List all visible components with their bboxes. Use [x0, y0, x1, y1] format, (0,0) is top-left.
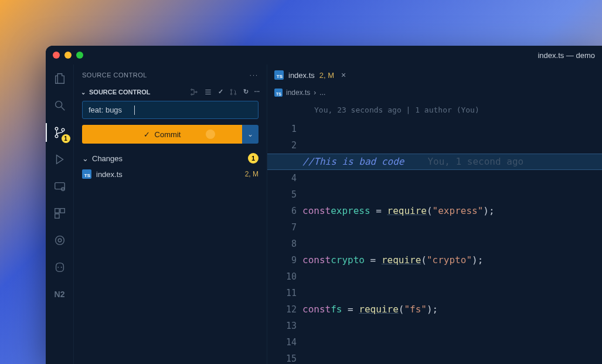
chevron-right-icon: ›	[314, 89, 316, 97]
svg-line-1	[61, 107, 64, 111]
svg-rect-9	[55, 214, 59, 218]
line-number: 10	[273, 268, 297, 285]
line-number: 11	[273, 285, 297, 301]
activity-search[interactable]	[52, 97, 68, 114]
typescript-icon: TS	[274, 70, 284, 80]
changed-file-item[interactable]: TS index.ts 2, M	[74, 167, 267, 181]
titlebar: index.ts — demo	[46, 46, 602, 64]
activity-n2[interactable]: N2	[52, 286, 68, 302]
activity-extensions[interactable]	[52, 205, 68, 222]
changes-count-badge: 1	[248, 153, 259, 164]
search-icon	[53, 99, 66, 112]
line-number: 2	[273, 137, 297, 154]
svg-rect-7	[55, 209, 59, 213]
typescript-icon: TS	[82, 169, 91, 179]
commit-message-text: feat: bugs	[89, 106, 122, 114]
scm-badge: 1	[62, 134, 70, 143]
activity-copilot[interactable]	[52, 259, 68, 275]
svg-point-17	[230, 89, 232, 90]
svg-point-4	[62, 128, 64, 131]
refresh-icon[interactable]: ↻	[243, 88, 249, 96]
line-number: 4	[273, 170, 297, 186]
svg-point-3	[55, 135, 58, 138]
editor-tab-index-ts[interactable]: TS index.ts 2, M ×	[267, 64, 353, 86]
typescript-icon: TS	[274, 89, 283, 97]
file-status: 2, M	[245, 170, 259, 178]
tab-status: 2, M	[319, 71, 334, 80]
code-content[interactable]: //This is bad codeYou, 1 second ago cons…	[302, 121, 602, 364]
decorative-glow	[206, 130, 215, 139]
svg-point-11	[58, 239, 62, 242]
maximize-window-button[interactable]	[76, 52, 83, 59]
svg-point-19	[234, 93, 236, 94]
check-icon: ✓	[144, 130, 150, 139]
svg-point-14	[191, 89, 192, 90]
check-icon[interactable]: ✓	[218, 88, 223, 96]
commit-button-label: Commit	[155, 130, 181, 139]
svg-rect-5	[55, 183, 64, 189]
line-number: 5	[273, 186, 297, 203]
svg-point-16	[196, 91, 197, 93]
line-number: 7	[273, 219, 297, 236]
activity-run-debug[interactable]	[52, 151, 68, 168]
commit-message-input[interactable]: feat: bugs	[82, 101, 259, 119]
line-number: 8	[273, 236, 297, 252]
sidebar-header: SOURCE CONTROL ···	[74, 64, 267, 86]
files-icon	[53, 72, 66, 85]
remote-icon	[53, 180, 66, 193]
app-window: index.ts — demo 1	[46, 46, 602, 364]
activity-explorer[interactable]	[52, 70, 68, 87]
tab-filename: index.ts	[288, 71, 315, 80]
line-number: 15	[273, 351, 297, 364]
chevron-down-icon: ⌄	[81, 89, 86, 96]
source-control-sidebar: SOURCE CONTROL ··· ⌄ SOURCE CONTROL ✓ ↻ …	[74, 64, 267, 364]
list-icon[interactable]	[204, 88, 212, 96]
n2-icon: N2	[55, 290, 65, 299]
pull-request-icon[interactable]	[229, 88, 237, 96]
code-area[interactable]: You, 23 seconds ago | 1 author (You) 1 2…	[267, 100, 602, 364]
editor: TS index.ts 2, M × TS index.ts › ... You…	[267, 64, 602, 364]
changes-header[interactable]: ⌄ Changes 1	[74, 151, 267, 167]
close-tab-button[interactable]: ×	[341, 70, 346, 80]
sidebar-more-icon[interactable]: ···	[250, 72, 259, 79]
svg-point-2	[55, 127, 58, 130]
activity-source-control[interactable]: 1	[52, 124, 68, 141]
inline-blame: You, 1 second ago	[427, 154, 523, 170]
sidebar-title: SOURCE CONTROL	[82, 72, 147, 79]
svg-rect-8	[60, 209, 64, 213]
chevron-down-icon: ⌄	[82, 154, 89, 163]
more-icon[interactable]: ···	[254, 88, 260, 96]
minimize-window-button[interactable]	[64, 52, 72, 59]
window-title: index.ts — demo	[538, 51, 595, 60]
close-window-button[interactable]	[53, 52, 60, 59]
scm-section-actions: ✓ ↻ ···	[190, 88, 260, 96]
breadcrumb-file: index.ts	[286, 89, 310, 97]
copilot-icon	[53, 261, 66, 274]
breadcrumbs[interactable]: TS index.ts › ...	[267, 86, 602, 100]
svg-point-15	[191, 94, 192, 95]
traffic-lights	[53, 52, 83, 59]
scm-section-title: SOURCE CONTROL	[89, 89, 151, 96]
activity-remote[interactable]	[52, 178, 68, 195]
svg-point-0	[55, 101, 62, 108]
activity-bar: 1 N2	[46, 64, 74, 364]
line-number: 9	[273, 252, 297, 268]
line-number: 6	[273, 203, 297, 219]
svg-point-10	[55, 236, 64, 245]
breadcrumb-tail: ...	[319, 89, 325, 97]
code-token: //This is bad code	[302, 154, 404, 170]
changes-label: Changes	[92, 154, 123, 163]
commit-button[interactable]: ✓ Commit	[82, 125, 242, 144]
line-number: 12	[273, 301, 297, 318]
svg-point-13	[60, 267, 62, 268]
codelens-blame[interactable]: You, 23 seconds ago | 1 author (You)	[314, 106, 479, 114]
line-number: 14	[273, 334, 297, 351]
file-name: index.ts	[96, 170, 123, 179]
play-bug-icon	[53, 153, 66, 166]
gitlens-icon	[53, 234, 66, 247]
view-tree-icon[interactable]	[190, 88, 198, 96]
commit-dropdown-button[interactable]: ⌄	[242, 125, 259, 144]
line-number: 13	[273, 318, 297, 334]
scm-section-header[interactable]: ⌄ SOURCE CONTROL ✓ ↻ ···	[74, 86, 267, 101]
activity-gitlens[interactable]	[52, 232, 68, 249]
